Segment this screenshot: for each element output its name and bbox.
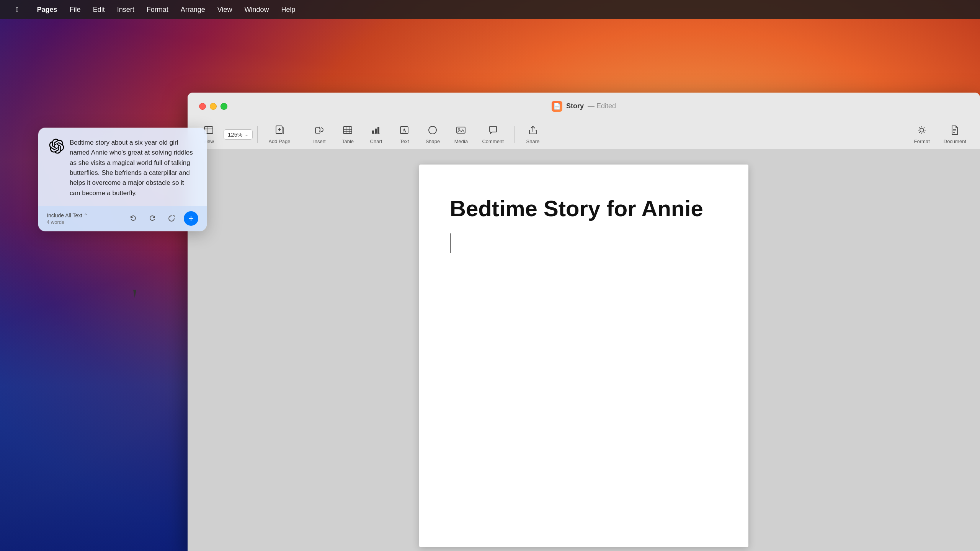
toolbar-media-btn[interactable]: Media — [448, 122, 474, 147]
compose-footer: Include All Text ⌃ 4 words — [38, 206, 207, 231]
svg-point-21 — [458, 128, 460, 130]
compose-word-count: 4 words — [47, 219, 88, 225]
compose-prompt-text: Bedtime story about a six year old girl … — [70, 138, 196, 198]
maximize-button[interactable] — [220, 103, 227, 110]
comment-icon — [488, 125, 498, 137]
chart-icon — [371, 125, 381, 137]
compose-include: Include All Text ⌃ 4 words — [47, 212, 88, 225]
toolbar-shape-btn[interactable]: Shape — [419, 122, 446, 147]
toolbar-divider-3 — [514, 126, 515, 143]
compose-content: Bedtime story about a six year old girl … — [38, 128, 207, 206]
toolbar-comment-btn[interactable]: Comment — [476, 122, 510, 147]
shape-icon — [427, 125, 438, 137]
zoom-control[interactable]: 125% ⌄ — [224, 129, 253, 140]
menubar-arrange[interactable]: Arrange — [176, 4, 210, 15]
menubar-edit[interactable]: Edit — [88, 4, 109, 15]
compose-redo-btn[interactable] — [145, 212, 159, 225]
document-title: Bedtime Story for Annie — [450, 195, 718, 222]
menubar-window[interactable]: Window — [240, 4, 273, 15]
table-icon — [342, 125, 353, 137]
menubar-file[interactable]: File — [65, 4, 85, 15]
text-label: Text — [400, 139, 409, 144]
insert-icon — [314, 125, 325, 137]
traffic-lights — [199, 103, 227, 110]
svg-point-19 — [429, 126, 436, 134]
window-title-name: Story — [566, 102, 584, 110]
toolbar-divider-2 — [301, 126, 301, 143]
chart-label: Chart — [370, 139, 382, 144]
svg-point-22 — [920, 128, 924, 132]
ai-icon — [49, 139, 64, 154]
add-page-icon — [274, 125, 285, 137]
format-label: Format — [914, 139, 930, 144]
document-icon: 📄 — [552, 101, 562, 112]
toolbar-share-btn[interactable]: Share — [519, 122, 546, 147]
svg-text:A: A — [402, 128, 407, 134]
document-label: Document — [944, 139, 966, 144]
shape-label: Shape — [426, 139, 440, 144]
table-label: Table — [342, 139, 354, 144]
text-cursor — [450, 233, 451, 253]
zoom-value: 125% — [228, 131, 242, 138]
share-label: Share — [526, 139, 539, 144]
toolbar-divider-1 — [257, 126, 258, 143]
compose-undo-btn[interactable] — [126, 212, 140, 225]
document-page[interactable]: Bedtime Story for Annie — [419, 165, 748, 547]
document-toolbar-icon — [949, 125, 960, 137]
compose-panel: Bedtime story about a six year old girl … — [38, 128, 207, 231]
add-page-label: Add Page — [268, 139, 290, 144]
minimize-button[interactable] — [210, 103, 217, 110]
toolbar-text-btn[interactable]: A Text — [391, 122, 418, 147]
svg-rect-8 — [343, 127, 352, 134]
toolbar-insert-btn[interactable]: Insert — [306, 122, 333, 147]
menubar-insert[interactable]: Insert — [113, 4, 139, 15]
toolbar-add-page-btn[interactable]: Add Page — [262, 122, 296, 147]
media-label: Media — [454, 139, 468, 144]
compose-actions: + — [126, 211, 198, 226]
document-canvas[interactable]: Bedtime Story for Annie — [188, 149, 980, 551]
share-icon — [528, 125, 538, 137]
window-edited-label: — Edited — [588, 102, 616, 110]
menubar-help[interactable]: Help — [277, 4, 300, 15]
svg-line-29 — [924, 127, 924, 128]
compose-include-text[interactable]: Include All Text ⌃ — [47, 212, 88, 218]
svg-rect-14 — [375, 129, 377, 134]
compose-add-btn[interactable]: + — [184, 211, 198, 226]
menubar-view[interactable]: View — [213, 4, 237, 15]
zoom-chevron-icon: ⌄ — [245, 132, 248, 137]
plus-icon: + — [188, 213, 194, 224]
apple-menu[interactable]:  — [11, 4, 23, 15]
text-icon: A — [399, 125, 410, 137]
svg-line-30 — [919, 132, 920, 133]
svg-line-27 — [919, 127, 920, 128]
compose-prompt: Bedtime story about a six year old girl … — [49, 138, 196, 198]
toolbar-chart-btn[interactable]: Chart — [363, 122, 389, 147]
svg-rect-13 — [372, 130, 374, 134]
mouse-cursor — [132, 290, 139, 299]
svg-rect-15 — [377, 127, 379, 134]
toolbar-document-btn[interactable]: Document — [938, 122, 972, 147]
format-icon — [916, 125, 927, 137]
chevron-icon: ⌃ — [84, 213, 88, 218]
window-title: 📄 Story — Edited — [552, 101, 616, 112]
insert-label: Insert — [313, 139, 326, 144]
menubar-format[interactable]: Format — [142, 4, 173, 15]
toolbar-format-btn[interactable]: Format — [908, 122, 936, 147]
menubar-pages[interactable]: Pages — [33, 4, 62, 15]
window-titlebar: 📄 Story — Edited — [188, 93, 980, 120]
pages-window: 📄 Story — Edited View 125% ⌄ — [188, 93, 980, 551]
toolbar: View 125% ⌄ Add Page — [188, 120, 980, 149]
comment-label: Comment — [482, 139, 503, 144]
compose-retry-btn[interactable] — [165, 212, 178, 225]
toolbar-table-btn[interactable]: Table — [334, 122, 361, 147]
close-button[interactable] — [199, 103, 206, 110]
menubar:  Pages File Edit Insert Format Arrange … — [0, 0, 980, 19]
svg-line-28 — [924, 132, 924, 133]
media-icon — [456, 125, 466, 137]
